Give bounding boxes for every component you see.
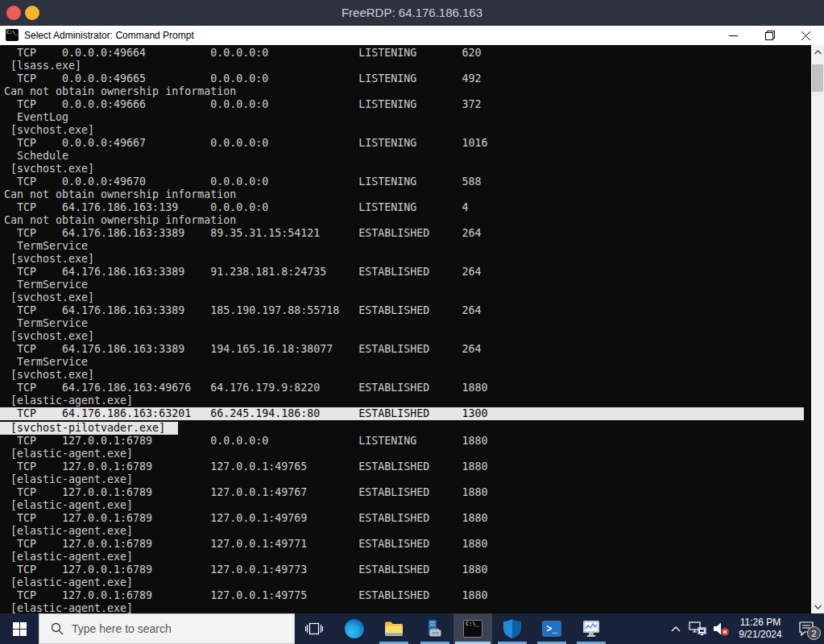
terminal-line: TCP 64.176.186.163:63201 66.245.194.186:… xyxy=(0,407,804,420)
server-manager-icon xyxy=(425,619,445,638)
terminal-line: [svchost.exe] xyxy=(0,253,811,266)
terminal-line: [elastic-agent.exe] xyxy=(0,394,811,407)
notification-badge: 2 xyxy=(807,626,821,640)
terminal-line: TCP 0.0.0.0:49664 0.0.0.0:0 LISTENING 62… xyxy=(0,47,811,60)
tray-expand-button[interactable] xyxy=(666,613,685,644)
terminal-line: Can not obtain ownership information xyxy=(0,85,811,98)
task-manager-button[interactable] xyxy=(572,613,611,644)
terminal-line: TCP 127.0.0.1:6789 127.0.0.1:49767 ESTAB… xyxy=(0,486,811,499)
terminal-line: TCP 64.176.186.163:3389 91.238.181.8:247… xyxy=(0,266,811,279)
terminal-line: TCP 0.0.0.0:49666 0.0.0.0:0 LISTENING 37… xyxy=(0,98,811,111)
clock-date: 9/21/2024 xyxy=(732,629,789,641)
terminal-line: [elastic-agent.exe] xyxy=(0,448,811,460)
terminal-line: TCP 127.0.0.1:6789 127.0.0.1:49775 ESTAB… xyxy=(0,589,811,602)
task-view-icon xyxy=(305,621,323,636)
terminal-line: [svchost.exe] xyxy=(0,330,811,343)
volume-tray-button[interactable] xyxy=(710,613,732,644)
terminal-line: [elastic-agent.exe] xyxy=(0,499,811,512)
system-tray: 11:26 PM 9/21/2024 2 xyxy=(666,613,824,644)
task-manager-icon xyxy=(582,619,601,638)
terminal-line: TermService xyxy=(0,240,811,253)
search-icon xyxy=(51,622,64,635)
terminal-line: TermService xyxy=(0,279,811,291)
terminal-line: TCP 127.0.0.1:6789 127.0.0.1:49773 ESTAB… xyxy=(0,564,811,576)
edge-button[interactable] xyxy=(335,613,374,644)
command-prompt-button[interactable]: C:\_ xyxy=(453,613,492,644)
powershell-button[interactable]: >_ xyxy=(532,613,571,644)
volume-muted-icon xyxy=(712,621,730,637)
action-center-button[interactable]: 2 xyxy=(789,613,824,644)
terminal-line: [svchost.exe] xyxy=(0,163,811,175)
windows-logo-icon xyxy=(13,622,27,636)
command-prompt-icon: C:\_ xyxy=(463,620,482,638)
clock[interactable]: 11:26 PM 9/21/2024 xyxy=(732,613,789,644)
terminal-output[interactable]: TCP 0.0.0.0:49664 0.0.0.0:0 LISTENING 62… xyxy=(0,45,811,613)
defender-shield-icon xyxy=(503,619,521,638)
scroll-down-arrow-icon[interactable] xyxy=(811,600,824,613)
terminal-line: [elastic-agent.exe] xyxy=(0,525,811,538)
file-explorer-button[interactable] xyxy=(375,613,413,644)
console-window-title: Select Administrator: Command Prompt xyxy=(24,26,194,45)
terminal-line: Can not obtain ownership information xyxy=(0,214,811,227)
terminal-line: TermService xyxy=(0,356,811,369)
edge-icon xyxy=(345,619,364,638)
scrollbar-thumb[interactable] xyxy=(812,64,823,92)
terminal-line: TermService xyxy=(0,317,811,330)
network-icon xyxy=(689,621,706,636)
task-view-button[interactable] xyxy=(295,613,333,644)
terminal-line: TCP 64.176.186.163:3389 89.35.31.15:5412… xyxy=(0,227,811,240)
file-explorer-icon xyxy=(384,621,404,637)
taskbar: Type here to search xyxy=(0,613,824,644)
terminal-line: TCP 0.0.0.0:49667 0.0.0.0:0 LISTENING 10… xyxy=(0,137,811,150)
terminal-line: TCP 0.0.0.0:49670 0.0.0.0:0 LISTENING 58… xyxy=(0,175,811,188)
search-input[interactable]: Type here to search xyxy=(39,613,295,644)
close-button[interactable] xyxy=(788,26,824,45)
defender-button[interactable] xyxy=(493,613,532,644)
terminal-line: [elastic-agent.exe] xyxy=(0,551,811,564)
network-tray-button[interactable] xyxy=(685,613,710,644)
terminal-line: [svchost.exe] xyxy=(0,124,811,137)
terminal-line: TCP 127.0.0.1:6789 0.0.0.0:0 LISTENING 1… xyxy=(0,435,811,448)
search-placeholder: Type here to search xyxy=(72,622,172,635)
terminal-line: Can not obtain ownership information xyxy=(0,188,811,201)
terminal-line: TCP 64.176.186.163:3389 194.165.16.18:38… xyxy=(0,343,811,356)
terminal-line: TCP 64.176.186.163:49676 64.176.179.9:82… xyxy=(0,382,811,394)
scroll-up-arrow-icon[interactable] xyxy=(811,45,824,59)
terminal-line: TCP 127.0.0.1:6789 127.0.0.1:49769 ESTAB… xyxy=(0,512,811,525)
terminal-line: [elastic-agent.exe] xyxy=(0,473,811,486)
screen: FreeRDP: 64.176.186.163 C:\_ Select Admi… xyxy=(0,0,824,644)
vertical-scrollbar[interactable] xyxy=(811,45,824,613)
terminal-line: [elastic-agent.exe] xyxy=(0,602,811,613)
terminal-line: [lsass.exe] xyxy=(0,60,811,72)
terminal-line: EventLog xyxy=(0,111,811,124)
clock-time: 11:26 PM xyxy=(732,617,789,629)
freerdp-title-bar[interactable]: FreeRDP: 64.176.186.163 xyxy=(0,0,824,26)
freerdp-title: FreeRDP: 64.176.186.163 xyxy=(0,0,824,26)
command-prompt-window-icon: C:\_ xyxy=(6,29,19,41)
console-title-bar[interactable]: C:\_ Select Administrator: Command Promp… xyxy=(0,26,824,45)
terminal-line: TCP 0.0.0.0:49665 0.0.0.0:0 LISTENING 49… xyxy=(0,72,811,85)
chevron-up-icon xyxy=(671,626,681,632)
minimize-button[interactable] xyxy=(715,26,752,45)
restore-button[interactable] xyxy=(752,26,788,45)
powershell-icon: >_ xyxy=(542,621,561,637)
server-manager-button[interactable] xyxy=(416,613,454,644)
terminal-line: TCP 127.0.0.1:6789 127.0.0.1:49771 ESTAB… xyxy=(0,538,811,551)
start-button[interactable] xyxy=(0,613,39,644)
terminal-line: TCP 64.176.186.163:139 0.0.0.0:0 LISTENI… xyxy=(0,201,811,214)
terminal-line: [svchost.exe] xyxy=(0,291,811,304)
terminal-line: [svchost.exe] xyxy=(0,369,811,382)
terminal-line: TCP 64.176.186.163:3389 185.190.197.88:5… xyxy=(0,304,811,317)
terminal-line: TCP 127.0.0.1:6789 127.0.0.1:49765 ESTAB… xyxy=(0,460,811,473)
terminal-line: Schedule xyxy=(0,150,811,163)
terminal-line: [svchost-pilotvader.exe] xyxy=(0,422,178,435)
terminal-line: [elastic-agent.exe] xyxy=(0,576,811,589)
